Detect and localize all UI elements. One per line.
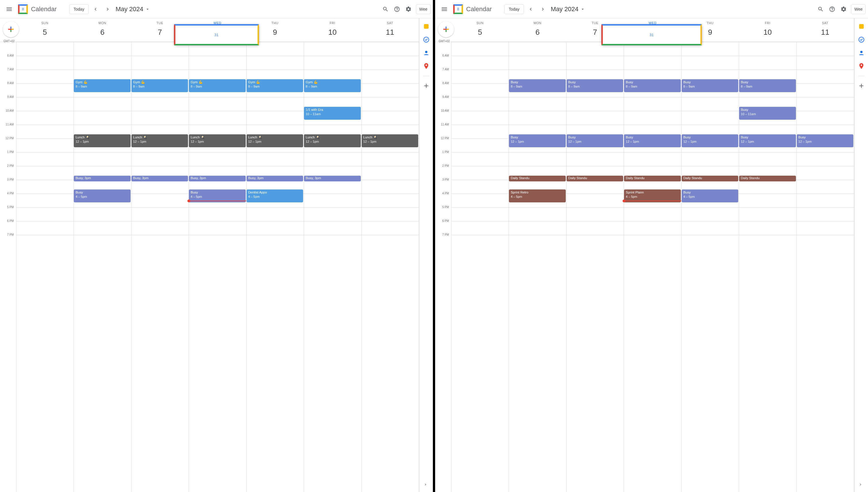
day-column-mon[interactable]: Gym 💪 8 – 9am Lunch 🍳 12 – 1pm Busy, 3pm… (73, 42, 131, 492)
calendar-event[interactable]: Busy 12 – 1pm (739, 134, 796, 147)
view-selector[interactable]: Wee (851, 4, 866, 14)
calendar-event[interactable]: Gym 💪 8 – 9am (304, 79, 361, 92)
settings-icon[interactable] (403, 3, 414, 15)
search-icon[interactable] (380, 3, 391, 15)
day-header-sun[interactable]: SUN 5 (16, 18, 73, 42)
calendar-event[interactable]: Lunch 🍳 12 – 1pm (247, 134, 303, 147)
time-grid[interactable]: 6 AM7 AM8 AM9 AM10 AM11 AM12 PM1 PM2 PM3… (0, 42, 419, 492)
calendar-event[interactable]: Busy, 3pm (304, 176, 361, 181)
side-app-contacts-icon[interactable] (423, 49, 430, 56)
help-icon[interactable] (391, 3, 403, 15)
calendar-event[interactable]: Sprint Retro 4 – 5pm (509, 190, 566, 202)
day-header-sat[interactable]: SAT 11 (796, 18, 854, 42)
today-button[interactable]: Today (69, 4, 89, 14)
right-calendar-panel: 8 Calendar Today May 2024 Wee GMT+02 SUN… (435, 0, 868, 492)
day-header-fri[interactable]: FRI 10 (739, 18, 796, 42)
day-column-wed[interactable]: Busy 8 – 9am Busy 12 – 1pm Daily Standu … (624, 42, 681, 492)
day-column-wed[interactable]: Gym 💪 8 – 9am Lunch 🍳 12 – 1pm Busy, 3pm… (189, 42, 246, 492)
expand-side-panel-icon[interactable] (421, 481, 429, 489)
side-app-maps-icon[interactable] (423, 63, 430, 70)
side-app-tasks-icon[interactable] (858, 36, 865, 43)
help-icon[interactable] (826, 3, 838, 15)
day-column-sat[interactable]: Lunch 🍳 12 – 1pm (362, 42, 419, 492)
calendar-event[interactable]: Daily Standu (682, 176, 738, 181)
calendar-event[interactable]: Lunch 🍳 12 – 1pm (304, 134, 361, 147)
search-icon[interactable] (815, 3, 826, 15)
side-app-maps-icon[interactable] (858, 63, 865, 70)
calendar-event[interactable]: Busy 4 – 5pm (682, 190, 738, 202)
view-selector[interactable]: Wee (416, 4, 430, 14)
create-event-button[interactable] (3, 21, 19, 37)
calendar-event[interactable]: Gym 💪 8 – 9am (74, 79, 130, 92)
menu-icon[interactable] (2, 2, 16, 16)
calendar-event[interactable]: Lunch 🍳 12 – 1pm (74, 134, 130, 147)
calendar-event[interactable]: Daily Standu (567, 176, 623, 181)
add-addon-icon[interactable] (858, 82, 865, 89)
day-column-fri[interactable]: Gym 💪 8 – 9am 1/1 with Era 10 – 11am Lun… (304, 42, 361, 492)
day-header-mon[interactable]: MON 6 (73, 18, 131, 42)
add-addon-icon[interactable] (423, 82, 430, 89)
calendar-event[interactable]: Busy, 3pm (131, 176, 188, 181)
calendar-event[interactable]: Busy 12 – 1pm (682, 134, 738, 147)
calendar-event[interactable]: Gym 💪 8 – 9am (247, 79, 303, 92)
side-app-tasks-icon[interactable] (423, 36, 430, 43)
day-header-sat[interactable]: SAT 11 (362, 18, 419, 42)
period-selector[interactable]: May 2024 (551, 5, 586, 13)
calendar-event[interactable]: Busy 12 – 1pm (509, 134, 566, 147)
calendar-event[interactable]: Dentist Appo 4 – 5pm (247, 190, 303, 202)
calendar-event[interactable]: Lunch 🍳 12 – 1pm (362, 134, 418, 147)
day-column-sun[interactable] (451, 42, 509, 492)
calendar-event[interactable]: Daily Standu (509, 176, 566, 181)
calendar-event[interactable]: Busy, 3pm (74, 176, 130, 181)
settings-icon[interactable] (838, 3, 849, 15)
calendar-event[interactable]: Busy 12 – 1pm (567, 134, 623, 147)
prev-week-button[interactable] (91, 4, 101, 14)
side-app-contacts-icon[interactable] (858, 49, 865, 56)
calendar-event[interactable]: Busy 4 – 5pm (74, 190, 130, 202)
day-column-sun[interactable] (16, 42, 73, 492)
period-selector[interactable]: May 2024 (116, 5, 150, 13)
calendar-event[interactable]: Busy 12 – 1pm (624, 134, 680, 147)
day-column-tue[interactable]: Gym 💪 8 – 9am Lunch 🍳 12 – 1pm Busy, 3pm (131, 42, 189, 492)
calendar-event[interactable]: Lunch 🍳 12 – 1pm (131, 134, 188, 147)
calendar-event[interactable]: Busy 8 – 9am (567, 79, 623, 92)
calendar-event[interactable]: Busy 8 – 9am (739, 79, 796, 92)
calendar-event[interactable]: Daily Standu (739, 176, 796, 181)
calendar-event[interactable]: Lunch 🍳 12 – 1pm (189, 134, 245, 147)
day-column-sat[interactable]: Busy 12 – 1pm (796, 42, 854, 492)
create-event-button[interactable] (438, 21, 454, 37)
today-button[interactable]: Today (504, 4, 524, 14)
side-separator (423, 76, 429, 76)
calendar-event[interactable]: Gym 💪 8 – 9am (189, 79, 245, 92)
day-header-fri[interactable]: FRI 10 (304, 18, 361, 42)
time-grid[interactable]: 6 AM7 AM8 AM9 AM10 AM11 AM12 PM1 PM2 PM3… (435, 42, 854, 492)
calendar-event[interactable]: Busy 8 – 9am (624, 79, 680, 92)
prev-week-button[interactable] (526, 4, 536, 14)
calendar-event[interactable]: Sprint Plann 4 – 5pm (624, 190, 680, 202)
calendar-event[interactable]: 1/1 with Era 10 – 11am (304, 107, 361, 120)
side-app-keep-icon[interactable] (423, 23, 430, 30)
event-title: Lunch 🍳 (75, 135, 129, 140)
next-week-button[interactable] (538, 4, 548, 14)
calendar-event[interactable]: Gym 💪 8 – 9am (131, 79, 188, 92)
expand-side-panel-icon[interactable] (857, 481, 865, 489)
calendar-event[interactable]: Busy 8 – 9am (509, 79, 566, 92)
day-column-mon[interactable]: Busy 8 – 9am Busy 12 – 1pm Daily Standu … (509, 42, 566, 492)
day-header-sun[interactable]: SUN 5 (451, 18, 509, 42)
day-column-thu[interactable]: Gym 💪 8 – 9am Lunch 🍳 12 – 1pm Busy, 3pm… (246, 42, 304, 492)
calendar-event[interactable]: Daily Standu (624, 176, 680, 181)
calendar-event[interactable]: Busy, 3pm (189, 176, 245, 181)
day-column-tue[interactable]: Busy 8 – 9am Busy 12 – 1pm Daily Standu (566, 42, 624, 492)
day-column-fri[interactable]: Busy 8 – 9am Busy 10 – 11am Busy 12 – 1p… (739, 42, 796, 492)
calendar-event[interactable]: Busy 8 – 9am (682, 79, 738, 92)
calendar-event[interactable]: Busy, 3pm (247, 176, 303, 181)
side-app-keep-icon[interactable] (858, 23, 865, 30)
split-divider[interactable] (433, 0, 435, 492)
calendar-event[interactable]: Busy 12 – 1pm (797, 134, 853, 147)
day-header-mon[interactable]: MON 6 (509, 18, 566, 42)
menu-icon[interactable] (438, 2, 451, 16)
calendar-event[interactable]: Busy 10 – 11am (739, 107, 796, 120)
day-column-thu[interactable]: Busy 8 – 9am Busy 12 – 1pm Daily Standu … (681, 42, 739, 492)
next-week-button[interactable] (102, 4, 113, 14)
calendar-event[interactable]: Busy 4 – 5pm (189, 190, 245, 202)
